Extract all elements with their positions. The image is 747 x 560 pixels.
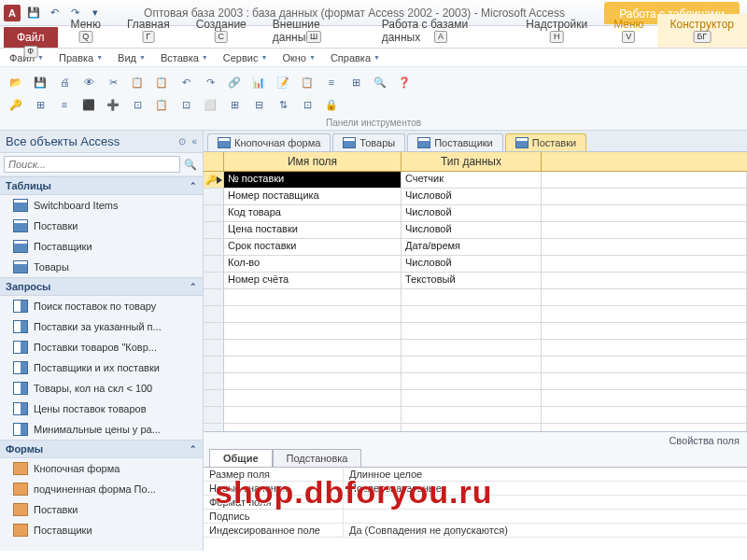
toolbar-button[interactable]: ✂ — [103, 72, 123, 92]
property-row[interactable]: Размер поляДлинное целое — [204, 468, 747, 482]
menu-item[interactable]: Вставка▼ — [155, 50, 214, 65]
menu-item[interactable]: Вид▼ — [112, 50, 151, 65]
row-selector[interactable] — [204, 222, 224, 238]
menu-item[interactable]: Правка▼ — [53, 50, 108, 65]
row-selector[interactable] — [204, 323, 224, 339]
field-row[interactable]: 🔑№ поставкиСчетчик — [204, 172, 747, 189]
field-row-empty[interactable] — [204, 306, 747, 323]
toolbar-button[interactable]: ⊟ — [248, 94, 269, 115]
property-row[interactable]: Подпись — [204, 510, 747, 524]
nav-item[interactable]: Товары — [0, 257, 203, 277]
nav-item[interactable]: Поставки товаров "Ковр... — [0, 337, 203, 357]
ribbon-tab[interactable]: КонструкторБГ — [657, 14, 747, 48]
field-name-cell[interactable]: Код товара — [224, 205, 402, 221]
nav-header[interactable]: Все объекты Access ⊙ « — [0, 131, 203, 153]
field-name-cell[interactable]: № поставки — [224, 172, 402, 188]
property-value[interactable] — [344, 510, 355, 523]
field-row[interactable]: Кол-воЧисловой — [204, 256, 747, 273]
ribbon-tab[interactable]: НадстройкиН — [513, 14, 600, 48]
field-row-empty[interactable] — [204, 357, 747, 373]
col-data-type[interactable]: Тип данных — [402, 152, 542, 171]
field-desc-cell[interactable] — [542, 189, 747, 204]
nav-item[interactable]: Минимальные цены у ра... — [0, 419, 203, 440]
row-selector[interactable] — [204, 289, 224, 305]
field-row[interactable]: Цена поставкиЧисловой — [204, 222, 747, 239]
prop-tab-general[interactable]: Общие — [209, 449, 273, 467]
toolbar-button[interactable]: ≡ — [54, 94, 75, 115]
nav-item[interactable]: Поставщики — [0, 520, 203, 540]
toolbar-button[interactable]: ⊞ — [224, 94, 245, 115]
nav-group-header[interactable]: Формы⌃ — [0, 440, 203, 458]
document-tab[interactable]: Поставщики — [407, 133, 503, 151]
row-selector[interactable] — [204, 357, 224, 372]
field-type-cell[interactable]: Числовой — [402, 205, 542, 221]
nav-item[interactable]: Поиск поставок по товару — [0, 296, 203, 316]
field-type-cell[interactable]: Счетчик — [402, 172, 542, 188]
row-selector[interactable]: 🔑 — [204, 172, 224, 188]
row-selector[interactable] — [204, 306, 224, 322]
field-type-cell[interactable]: Дата/время — [402, 239, 542, 255]
field-desc-cell[interactable] — [542, 205, 747, 221]
toolbar-button[interactable]: ≡ — [321, 72, 342, 92]
field-desc-cell[interactable] — [542, 222, 747, 238]
nav-item[interactable]: Поставки за указанный п... — [0, 316, 203, 337]
toolbar-button[interactable]: 📋 — [297, 72, 317, 92]
toolbar-button[interactable]: 👁 — [78, 72, 99, 92]
menu-item[interactable]: Окно▼ — [276, 50, 321, 65]
toolbar-button[interactable]: 📝 — [273, 72, 293, 92]
field-name-cell[interactable]: Номер счёта — [224, 273, 402, 288]
nav-item[interactable]: Поставщики и их поставки — [0, 357, 203, 378]
property-row[interactable]: Формат поля — [204, 496, 747, 510]
toolbar-button[interactable]: 📊 — [248, 72, 269, 92]
ribbon-tab[interactable]: Работа с базами данныхА — [369, 14, 514, 48]
toolbar-button[interactable]: ⊡ — [176, 94, 196, 115]
nav-item[interactable]: Поставщики — [0, 236, 203, 257]
qat-save-icon[interactable]: 💾 — [24, 4, 43, 22]
file-tab[interactable]: Файл Ф — [4, 27, 58, 48]
toolbar-button[interactable]: 📋 — [151, 94, 172, 115]
ribbon-tab[interactable]: СозданиеС — [183, 14, 260, 48]
menu-item[interactable]: Справка▼ — [325, 50, 386, 65]
field-desc-cell[interactable] — [542, 273, 747, 288]
nav-collapse-icon[interactable]: « — [191, 136, 197, 147]
field-row-empty[interactable] — [204, 390, 747, 407]
field-desc-cell[interactable] — [542, 256, 747, 272]
toolbar-button[interactable]: 💾 — [30, 72, 50, 92]
nav-item[interactable]: Кнопочная форма — [0, 458, 203, 479]
field-row[interactable]: Номер поставщикаЧисловой — [204, 189, 747, 205]
row-selector[interactable] — [204, 340, 224, 356]
row-selector[interactable] — [204, 189, 224, 204]
toolbar-button[interactable]: 📋 — [127, 72, 148, 92]
field-desc-cell[interactable] — [542, 172, 747, 188]
property-value[interactable] — [344, 496, 355, 509]
field-row[interactable]: Срок поставкиДата/время — [204, 239, 747, 256]
field-name-cell[interactable]: Цена поставки — [224, 222, 402, 238]
field-row-empty[interactable] — [204, 323, 747, 340]
field-row-empty[interactable] — [204, 340, 747, 357]
ribbon-tab[interactable]: ГлавнаяГ — [114, 14, 183, 48]
property-row[interactable]: Новые значенияПоследовательные — [204, 482, 747, 496]
field-type-cell[interactable]: Числовой — [402, 222, 542, 238]
toolbar-button[interactable]: 🔑 — [6, 94, 26, 115]
toolbar-button[interactable]: ⊞ — [30, 94, 50, 115]
field-row[interactable]: Номер счётаТекстовый — [204, 273, 747, 289]
col-field-name[interactable]: Имя поля — [224, 152, 402, 171]
menu-item[interactable]: Сервис▼ — [218, 50, 274, 65]
toolbar-button[interactable]: 🔒 — [321, 94, 342, 115]
field-type-cell[interactable]: Числовой — [402, 256, 542, 272]
toolbar-button[interactable]: 📂 — [6, 72, 26, 92]
ribbon-tab[interactable]: Внешние данныеШ — [260, 14, 369, 48]
field-name-cell[interactable]: Кол-во — [224, 256, 402, 272]
nav-group-header[interactable]: Таблицы⌃ — [0, 176, 203, 195]
row-selector[interactable] — [204, 239, 224, 255]
toolbar-button[interactable]: ↷ — [200, 72, 220, 92]
field-row-empty[interactable] — [204, 424, 747, 431]
row-selector[interactable] — [204, 373, 224, 389]
document-tab[interactable]: Поставки — [505, 133, 586, 151]
field-row-empty[interactable] — [204, 407, 747, 424]
ribbon-tab[interactable]: МенюQ — [58, 14, 114, 48]
toolbar-button[interactable]: 🔍 — [370, 72, 390, 92]
property-value[interactable]: Последовательные — [344, 482, 447, 495]
search-input[interactable] — [4, 156, 180, 173]
toolbar-button[interactable]: 🖨 — [54, 72, 75, 92]
